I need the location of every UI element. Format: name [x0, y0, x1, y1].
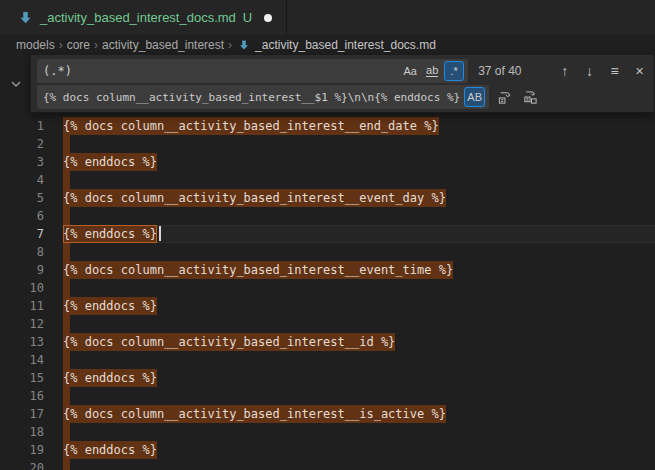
- line-number[interactable]: 18: [0, 423, 44, 441]
- replace-all-button[interactable]: [519, 86, 541, 108]
- line-content[interactable]: {% docs column__activity_based_interest_…: [63, 189, 655, 207]
- find-in-selection-button[interactable]: ≡: [604, 60, 625, 82]
- line-content[interactable]: [63, 243, 655, 261]
- find-match-highlight: {% docs column__activity_based_interest_…: [63, 117, 439, 135]
- line-number[interactable]: 5: [0, 189, 44, 207]
- editor-pane[interactable]: (.*) Aa ab .* 37 of 40 ↑ ↓ ≡ × {% docs c…: [0, 55, 655, 470]
- editor-line[interactable]: 20: [0, 459, 655, 470]
- find-match-highlight: [63, 387, 70, 405]
- whole-word-toggle[interactable]: ab: [422, 61, 442, 81]
- editor-line[interactable]: 18: [0, 423, 655, 441]
- line-number[interactable]: 2: [0, 135, 44, 153]
- find-match-highlight: {% docs column__activity_based_interest_…: [63, 333, 395, 351]
- breadcrumb-separator: ›: [228, 38, 232, 52]
- line-number[interactable]: 6: [0, 207, 44, 225]
- next-match-button[interactable]: ↓: [579, 60, 600, 82]
- find-match-highlight: [63, 279, 70, 297]
- editor-line[interactable]: 14: [0, 351, 655, 369]
- replace-value: {% docs column__activity_based_interest_…: [43, 91, 462, 104]
- editor-line[interactable]: 6: [0, 207, 655, 225]
- line-number[interactable]: 10: [0, 279, 44, 297]
- editor-line[interactable]: 17 {% docs column__activity_based_intere…: [0, 405, 655, 423]
- breadcrumb: models › core › activity_based_interest …: [0, 35, 655, 55]
- line-content[interactable]: [63, 279, 655, 297]
- line-number[interactable]: 7: [0, 225, 44, 243]
- find-match-highlight: {% enddocs %}: [63, 297, 157, 315]
- line-content[interactable]: {% enddocs %}: [63, 441, 655, 459]
- preserve-case-toggle[interactable]: AB: [464, 87, 485, 107]
- replace-icon: [497, 90, 512, 105]
- line-content[interactable]: [63, 351, 655, 369]
- line-number[interactable]: 19: [0, 441, 44, 459]
- line-number[interactable]: 12: [0, 315, 44, 333]
- find-match-highlight: {% docs column__activity_based_interest_…: [63, 261, 453, 279]
- find-input[interactable]: (.*) Aa ab .*: [37, 59, 468, 83]
- line-number[interactable]: 3: [0, 153, 44, 171]
- editor-line[interactable]: 15 {% enddocs %}: [0, 369, 655, 387]
- editor-line[interactable]: 5 {% docs column__activity_based_interes…: [0, 189, 655, 207]
- text-cursor: [159, 226, 161, 241]
- close-icon: ×: [635, 63, 643, 79]
- match-case-toggle[interactable]: Aa: [400, 61, 420, 81]
- git-status-badge: U: [243, 10, 252, 25]
- line-content[interactable]: {% docs column__activity_based_interest_…: [63, 261, 655, 279]
- line-content[interactable]: [63, 423, 655, 441]
- toggle-replace-button[interactable]: [7, 75, 25, 93]
- line-content[interactable]: {% enddocs %}: [63, 369, 655, 387]
- replace-button[interactable]: [493, 86, 515, 108]
- line-content[interactable]: {% enddocs %}: [63, 153, 655, 171]
- line-number[interactable]: 11: [0, 297, 44, 315]
- regex-toggle[interactable]: .*: [444, 61, 464, 81]
- arrow-down-icon: ↓: [586, 63, 593, 79]
- line-content[interactable]: {% enddocs %}: [63, 297, 655, 315]
- breadcrumb-item-core[interactable]: core: [67, 38, 90, 52]
- line-content[interactable]: {% docs column__activity_based_interest_…: [63, 117, 655, 135]
- editor-line[interactable]: 1 {% docs column__activity_based_interes…: [0, 117, 655, 135]
- find-value: (.*): [43, 64, 398, 78]
- line-number[interactable]: 15: [0, 369, 44, 387]
- close-find-button[interactable]: ×: [629, 60, 650, 82]
- line-number[interactable]: 8: [0, 243, 44, 261]
- breadcrumb-item-models[interactable]: models: [16, 38, 55, 52]
- unsaved-dot-icon[interactable]: [264, 14, 272, 22]
- editor-line[interactable]: 12: [0, 315, 655, 333]
- line-number[interactable]: 13: [0, 333, 44, 351]
- line-content[interactable]: {% docs column__activity_based_interest_…: [63, 333, 655, 351]
- line-content[interactable]: [63, 135, 655, 153]
- line-content[interactable]: [63, 387, 655, 405]
- line-content[interactable]: {% docs column__activity_based_interest_…: [63, 405, 655, 423]
- editor-line[interactable]: 19 {% enddocs %}: [0, 441, 655, 459]
- breadcrumb-item-file[interactable]: _activity_based_interest_docs.md: [255, 38, 436, 52]
- breadcrumb-item-activity-based-interest[interactable]: activity_based_interest: [102, 38, 224, 52]
- line-number[interactable]: 1: [0, 117, 44, 135]
- editor-line[interactable]: 4: [0, 171, 655, 189]
- line-content[interactable]: [63, 315, 655, 333]
- line-content[interactable]: [63, 207, 655, 225]
- match-count: 37 of 40: [478, 64, 540, 78]
- line-number[interactable]: 14: [0, 351, 44, 369]
- line-number[interactable]: 9: [0, 261, 44, 279]
- editor-line[interactable]: 3 {% enddocs %}: [0, 153, 655, 171]
- editor-line[interactable]: 16: [0, 387, 655, 405]
- find-match-highlight: {% enddocs %}: [63, 225, 157, 243]
- editor-line[interactable]: 9 {% docs column__activity_based_interes…: [0, 261, 655, 279]
- editor-line[interactable]: 10: [0, 279, 655, 297]
- editor-line[interactable]: 7 {% enddocs %}: [0, 225, 655, 243]
- line-number[interactable]: 20: [0, 459, 44, 470]
- editor-line[interactable]: 8: [0, 243, 655, 261]
- line-number[interactable]: 16: [0, 387, 44, 405]
- line-content[interactable]: [63, 459, 655, 470]
- editor-line[interactable]: 2: [0, 135, 655, 153]
- line-content[interactable]: [63, 171, 655, 189]
- tab-active-file[interactable]: _activity_based_interest_docs.md U: [0, 0, 287, 35]
- find-match-highlight: {% docs column__activity_based_interest_…: [63, 405, 446, 423]
- find-match-highlight: [63, 315, 70, 333]
- editor-line[interactable]: 13 {% docs column__activity_based_intere…: [0, 333, 655, 351]
- previous-match-button[interactable]: ↑: [554, 60, 575, 82]
- chevron-down-icon: [10, 78, 22, 90]
- line-content[interactable]: {% enddocs %}: [63, 225, 655, 243]
- line-number[interactable]: 4: [0, 171, 44, 189]
- replace-input[interactable]: {% docs column__activity_based_interest_…: [37, 85, 489, 109]
- line-number[interactable]: 17: [0, 405, 44, 423]
- editor-line[interactable]: 11 {% enddocs %}: [0, 297, 655, 315]
